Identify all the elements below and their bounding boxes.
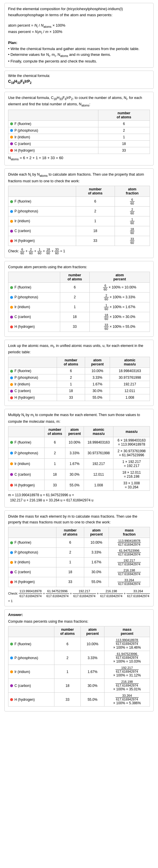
fluorine-icon (10, 441, 13, 444)
carbon-icon (10, 571, 13, 574)
plan-item-2: • Determine values for Ni, mi, Natoms an… (8, 52, 150, 58)
fluorine-icon (10, 200, 13, 203)
atomic-mass-description: Look up the atomic mass, mi, in unified … (8, 343, 150, 355)
mass-fraction-section: Divide the mass for each element by m to… (4, 510, 154, 607)
carbon-icon (10, 390, 13, 393)
table-row: F (fluorine) 6 660 × 100% = 10.00% (8, 282, 150, 292)
element-iridium: Ir (iridium) (8, 134, 98, 140)
m-equation: m = 113.990418978 u + 61.947523996 u + 1… (8, 492, 150, 503)
formula-label: Write the chemical formula: (8, 74, 150, 78)
frac-hydrogen: H (hydrogen) (8, 236, 76, 246)
molecular-mass-section: Multiply Ni by mi to compute the mass fo… (4, 409, 154, 507)
mf-col-atoms: numberof atoms (57, 527, 84, 537)
table-row: Ir (iridium) 1 1.67% 192.217 (8, 381, 150, 388)
frac-col-element (8, 186, 76, 196)
hydrogen-icon (10, 326, 13, 329)
atoms-col-number: numberof atoms (98, 110, 150, 120)
phosphorus-icon (10, 656, 13, 659)
hydrogen-icon (10, 698, 13, 701)
iridium-icon (10, 462, 13, 465)
mf-col-element (8, 527, 57, 537)
table-row: P (phosphorus) 2 260 × 100% = 3.33% (8, 292, 150, 302)
mass-frac-description: Divide the mass for each element by m to… (8, 514, 150, 525)
iridium-icon (10, 671, 13, 673)
element-phosphorus: P (phosphorus) (8, 127, 98, 134)
formula-display: C18H33F6IrP2 (8, 79, 150, 85)
table-row: P (phosphorus) 2 (8, 127, 150, 134)
frac-col-atoms: numberof atoms (76, 186, 115, 196)
plan-item-1: • Write the chemical formula and gather … (8, 46, 150, 52)
iridium-icon (10, 306, 13, 309)
table-row: Ir (iridium) 1 (8, 134, 150, 140)
phosphorus-icon (10, 210, 13, 213)
frac-iridium: Ir (iridium) (8, 216, 76, 226)
table-row: H (hydrogen) 33 3360 × 100% = 55.0% (8, 322, 150, 332)
table-row: H (hydrogen) 33 3360 (8, 236, 150, 246)
carbon-icon (10, 316, 13, 318)
am-col-atoms: numberof atoms (57, 357, 85, 368)
table-row: H (hydrogen) 33 55.0% 1.008 33 × 1.008= … (8, 480, 150, 490)
fluorine-icon (10, 286, 13, 289)
natoms-equation: Natoms = 6 + 2 + 1 + 18 + 33 = 60 (8, 156, 150, 161)
answer-label: Answer: (8, 613, 150, 617)
table-row: F (fluorine) 6 10.00% 113.990418978617.6… (8, 537, 150, 548)
iridium-icon (10, 383, 13, 386)
answer-description: Compute mass percents using the mass fra… (8, 619, 150, 624)
table-row: P (phosphorus) 2 3.33% 30.973761998 2 × … (8, 447, 150, 458)
table-row: H (hydrogen) 33 55.0% 33.264617.61694297… (8, 577, 150, 587)
mass-fraction-table: numberof atoms atompercent massfraction … (8, 527, 150, 587)
mm-col-atomic: atomicmass/u (84, 426, 114, 437)
atoms-table: numberof atoms F (fluorine) 6 P (phospho… (8, 110, 150, 154)
element-hydrogen: H (hydrogen) (8, 147, 98, 154)
carbon-icon (10, 142, 13, 145)
table-row: Ir (iridium) 1 1.67% 192.217617.61694297… (8, 557, 150, 567)
hydrogen-icon (10, 240, 13, 243)
answer-table: numberof atoms atompercent masspercent F… (8, 626, 150, 707)
phosphorus-atoms: 2 (98, 127, 150, 134)
mm-col-atoms: numberof atoms (44, 426, 65, 437)
atom-percent-section: Compute atom percents using the atom fra… (4, 261, 154, 337)
table-row: P (phosphorus) 2 3.33% 30.973761998 (8, 374, 150, 381)
formula-section: Write the chemical formula: C18H33F6IrP2 (4, 71, 154, 89)
table-row: F (fluorine) 6 (8, 120, 150, 127)
table-row: C (carbon) 18 30.0% 12.011 18 × 12.011= … (8, 469, 150, 480)
table-row: Ir (iridium) 1 160 × 100% = 1.67% (8, 302, 150, 312)
table-row: C (carbon) 18 30.0% 216.198617.616942974… (8, 679, 150, 693)
fluorine-icon (10, 370, 13, 373)
element-carbon: C (carbon) (8, 140, 98, 147)
table-row: F (fluorine) 6 10.00% 113.990418978617.6… (8, 637, 150, 651)
table-row: Ir (iridium) 1 1.67% 192.217617.61694297… (8, 665, 150, 679)
element-fluorine: F (fluorine) (8, 120, 98, 127)
hydrogen-icon (10, 581, 13, 584)
iridium-icon (10, 561, 13, 564)
iridium-icon (10, 136, 13, 138)
table-row: F (fluorine) 6 660 (8, 196, 150, 206)
am-col-mass: atomicmass/u (110, 357, 150, 368)
am-col-percent: atompercent (85, 357, 110, 368)
intro-section: Find the elemental composition for (tric… (4, 3, 154, 68)
atom-percent-table: numberof atoms atompercent F (fluorine) … (8, 272, 150, 332)
table-row: C (carbon) 18 (8, 140, 150, 147)
hydrogen-icon (10, 396, 13, 399)
table-row: P (phosphorus) 2 3.33% 61.947523996617.6… (8, 651, 150, 665)
plan-item-3: • Finally, compute the percents and chec… (8, 58, 150, 64)
atom-percent-formula: atom percent = Ni / Natoms × 100% (8, 23, 150, 29)
frac-fluorine: F (fluorine) (8, 196, 76, 206)
carbon-atoms: 18 (98, 140, 150, 147)
phosphorus-icon (10, 129, 13, 132)
table-row: C (carbon) 18 30.0% 216.198617.616942974 (8, 567, 150, 577)
frac-col-fraction: atomfraction (115, 186, 150, 196)
table-row: C (carbon) 18 1860 (8, 226, 150, 236)
table-row: Ir (iridium) 1 1.67% 192.217 1 × 192.217… (8, 458, 150, 469)
frac-phosphorus: P (phosphorus) (8, 206, 76, 216)
fractions-description: Divide each Ni by Natoms to calculate at… (8, 172, 150, 184)
fluorine-atoms: 6 (98, 120, 150, 127)
phosphorus-icon (10, 452, 13, 455)
atomic-mass-section: Look up the atomic mass, mi, in unified … (4, 340, 154, 406)
ans-col-mass-pct: masspercent (104, 626, 150, 637)
mf-col-percent: atompercent (84, 527, 108, 537)
ap-col-element (8, 272, 60, 282)
atomic-mass-table: numberof atoms atompercent atomicmass/u … (8, 357, 150, 401)
mm-col-element (8, 426, 44, 437)
phosphorus-icon (10, 551, 13, 554)
